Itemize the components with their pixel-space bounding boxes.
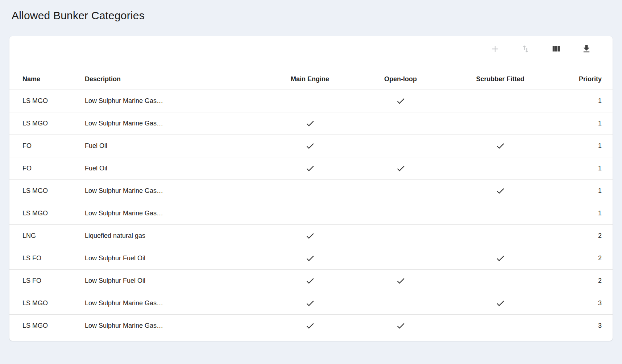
table-header-row: NameDescriptionMain EngineOpen-loopScrub… — [9, 69, 613, 90]
description-cell: Low Sulphur Marine Gas… — [85, 97, 265, 105]
scrubber-fitted-cell — [446, 186, 555, 196]
name-cell: LS FO — [9, 277, 85, 285]
priority-cell: 1 — [555, 210, 613, 217]
check-icon — [305, 231, 315, 241]
table-row[interactable]: LS FOLow Sulphur Fuel Oil2 — [9, 270, 613, 292]
name-cell: LS MGO — [9, 210, 85, 217]
column-header-main-engine[interactable]: Main Engine — [265, 75, 355, 83]
main-engine-cell — [265, 141, 355, 151]
table-row[interactable]: LS MGOLow Sulphur Marine Gas…1 — [9, 112, 613, 135]
priority-cell: 1 — [555, 165, 613, 172]
main-engine-cell — [265, 164, 355, 173]
open-loop-cell — [355, 321, 446, 331]
priority-cell: 3 — [555, 322, 613, 330]
page: Allowed Bunker Categories — [0, 0, 622, 341]
scrubber-fitted-cell — [446, 141, 555, 151]
check-icon — [305, 253, 315, 263]
table-body: LS MGOLow Sulphur Marine Gas…1LS MGOLow … — [9, 90, 613, 337]
check-icon — [305, 141, 315, 151]
table-toolbar — [9, 36, 613, 51]
description-cell: Fuel Oil — [85, 142, 265, 150]
check-icon — [305, 119, 315, 128]
check-icon — [305, 321, 315, 331]
check-icon — [305, 276, 315, 286]
table-row[interactable]: LS FOLow Sulphur Fuel Oil2 — [9, 247, 613, 270]
priority-cell: 1 — [555, 97, 613, 105]
table-row[interactable]: LNGLiquefied natural gas2 — [9, 225, 613, 247]
name-cell: LS MGO — [9, 299, 85, 307]
description-cell: Low Sulphur Fuel Oil — [85, 255, 265, 262]
description-cell: Low Sulphur Fuel Oil — [85, 277, 265, 285]
main-engine-cell — [265, 298, 355, 308]
description-cell: Low Sulphur Marine Gas… — [85, 299, 265, 307]
bunker-categories-table: NameDescriptionMain EngineOpen-loopScrub… — [9, 69, 613, 337]
name-cell: LNG — [9, 232, 85, 240]
table-row[interactable]: LS MGOLow Sulphur Marine Gas…3 — [9, 315, 613, 337]
column-header-name[interactable]: Name — [9, 75, 85, 83]
name-cell: LS MGO — [9, 97, 85, 105]
check-icon — [495, 141, 505, 151]
table-row[interactable]: LS MGOLow Sulphur Marine Gas…3 — [9, 292, 613, 315]
check-icon — [396, 96, 406, 106]
check-icon — [396, 276, 406, 286]
priority-cell: 2 — [555, 255, 613, 262]
priority-cell: 2 — [555, 277, 613, 285]
check-icon — [495, 298, 505, 308]
name-cell: LS MGO — [9, 120, 85, 127]
table-card: NameDescriptionMain EngineOpen-loopScrub… — [9, 36, 613, 341]
page-title: Allowed Bunker Categories — [12, 9, 613, 22]
check-icon — [305, 298, 315, 308]
description-cell: Low Sulphur Marine Gas… — [85, 322, 265, 330]
name-cell: FO — [9, 165, 85, 172]
name-cell: LS FO — [9, 255, 85, 262]
description-cell: Low Sulphur Marine Gas… — [85, 210, 265, 217]
scrubber-fitted-cell — [446, 298, 555, 308]
table-row[interactable]: LS MGOLow Sulphur Marine Gas…1 — [9, 180, 613, 202]
column-header-priority[interactable]: Priority — [555, 75, 613, 83]
name-cell: FO — [9, 142, 85, 150]
open-loop-cell — [355, 96, 446, 106]
main-engine-cell — [265, 253, 355, 263]
main-engine-cell — [265, 276, 355, 286]
open-loop-cell — [355, 276, 446, 286]
table-row[interactable]: LS MGOLow Sulphur Marine Gas…1 — [9, 202, 613, 225]
check-icon — [396, 321, 406, 331]
download-button[interactable] — [580, 42, 593, 55]
main-engine-cell — [265, 321, 355, 331]
main-engine-cell — [265, 231, 355, 241]
column-header-scrubber-fitted[interactable]: Scrubber Fitted — [446, 75, 555, 83]
open-loop-cell — [355, 164, 446, 173]
columns-button[interactable] — [550, 42, 563, 55]
check-icon — [495, 186, 505, 196]
columns-icon — [551, 44, 561, 54]
column-header-open-loop[interactable]: Open-loop — [355, 75, 446, 83]
description-cell: Fuel Oil — [85, 165, 265, 172]
priority-cell: 2 — [555, 232, 613, 240]
name-cell: LS MGO — [9, 322, 85, 330]
table-row[interactable]: LS MGOLow Sulphur Marine Gas…1 — [9, 90, 613, 112]
sort-arrows-icon — [521, 44, 530, 54]
priority-cell: 1 — [555, 120, 613, 127]
description-cell: Liquefied natural gas — [85, 232, 265, 240]
table-row[interactable]: FOFuel Oil1 — [9, 135, 613, 157]
description-cell: Low Sulphur Marine Gas… — [85, 187, 265, 195]
add-button[interactable] — [489, 42, 502, 55]
main-engine-cell — [265, 119, 355, 128]
name-cell: LS MGO — [9, 187, 85, 195]
check-icon — [396, 164, 406, 173]
download-icon — [581, 44, 592, 54]
priority-cell: 1 — [555, 187, 613, 195]
check-icon — [495, 253, 505, 263]
column-header-description[interactable]: Description — [85, 75, 265, 83]
check-icon — [305, 164, 315, 173]
table-row[interactable]: FOFuel Oil1 — [9, 157, 613, 180]
scrubber-fitted-cell — [446, 253, 555, 263]
priority-cell: 1 — [555, 142, 613, 150]
sort-button[interactable] — [519, 42, 532, 55]
description-cell: Low Sulphur Marine Gas… — [85, 120, 265, 127]
plus-icon — [490, 44, 500, 54]
priority-cell: 3 — [555, 299, 613, 307]
